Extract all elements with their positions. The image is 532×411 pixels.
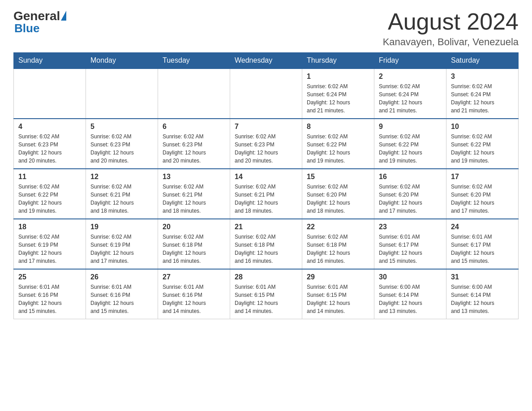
calendar-week-row: 25Sunrise: 6:01 AMSunset: 6:16 PMDayligh… [14,269,519,319]
calendar-week-row: 18Sunrise: 6:02 AMSunset: 6:19 PMDayligh… [14,219,519,269]
day-info: Sunrise: 6:02 AMSunset: 6:23 PMDaylight:… [235,133,297,165]
day-number: 18 [18,223,81,231]
calendar-cell: 13Sunrise: 6:02 AMSunset: 6:21 PMDayligh… [158,169,230,219]
day-number: 11 [18,173,81,181]
calendar-cell: 23Sunrise: 6:01 AMSunset: 6:17 PMDayligh… [374,219,446,269]
calendar-cell: 8Sunrise: 6:02 AMSunset: 6:22 PMDaylight… [302,119,374,169]
day-number: 10 [451,123,514,131]
logo: General Blue [13,9,66,35]
calendar-cell: 21Sunrise: 6:02 AMSunset: 6:18 PMDayligh… [230,219,302,269]
day-number: 13 [163,173,225,181]
calendar-cell: 12Sunrise: 6:02 AMSunset: 6:21 PMDayligh… [86,169,158,219]
day-number: 25 [18,273,81,281]
calendar-week-row: 1Sunrise: 6:02 AMSunset: 6:24 PMDaylight… [14,68,519,119]
title-section: August 2024 Kanavayen, Bolivar, Venezuel… [383,9,519,48]
calendar-cell: 17Sunrise: 6:02 AMSunset: 6:20 PMDayligh… [446,169,519,219]
day-info: Sunrise: 6:01 AMSunset: 6:15 PMDaylight:… [235,283,297,315]
calendar-cell: 4Sunrise: 6:02 AMSunset: 6:23 PMDaylight… [14,119,86,169]
day-info: Sunrise: 6:00 AMSunset: 6:14 PMDaylight:… [451,283,514,315]
weekday-header-sunday: Sunday [14,53,86,69]
day-number: 8 [307,123,369,131]
day-number: 24 [451,223,514,231]
day-info: Sunrise: 6:02 AMSunset: 6:22 PMDaylight:… [451,133,514,165]
calendar-cell: 2Sunrise: 6:02 AMSunset: 6:24 PMDaylight… [374,68,446,119]
day-info: Sunrise: 6:02 AMSunset: 6:21 PMDaylight:… [90,183,153,215]
day-info: Sunrise: 6:01 AMSunset: 6:17 PMDaylight:… [379,233,442,265]
calendar-cell: 28Sunrise: 6:01 AMSunset: 6:15 PMDayligh… [230,269,302,319]
day-info: Sunrise: 6:02 AMSunset: 6:20 PMDaylight:… [379,183,442,215]
day-info: Sunrise: 6:01 AMSunset: 6:16 PMDaylight:… [90,283,153,315]
day-info: Sunrise: 6:01 AMSunset: 6:15 PMDaylight:… [307,283,369,315]
calendar-cell: 5Sunrise: 6:02 AMSunset: 6:23 PMDaylight… [86,119,158,169]
day-number: 20 [163,223,225,231]
day-info: Sunrise: 6:00 AMSunset: 6:14 PMDaylight:… [379,283,442,315]
day-number: 31 [451,273,514,281]
page-header: General Blue August 2024 Kanavayen, Boli… [13,9,519,48]
logo-blue-text: Blue [14,21,39,35]
day-info: Sunrise: 6:02 AMSunset: 6:18 PMDaylight:… [307,233,369,265]
day-number: 17 [451,173,514,181]
calendar-cell: 19Sunrise: 6:02 AMSunset: 6:19 PMDayligh… [86,219,158,269]
day-number: 16 [379,173,442,181]
day-info: Sunrise: 6:02 AMSunset: 6:21 PMDaylight:… [163,183,225,215]
day-number: 1 [307,73,369,81]
day-info: Sunrise: 6:02 AMSunset: 6:22 PMDaylight:… [307,133,369,165]
day-number: 15 [307,173,369,181]
day-number: 14 [235,173,297,181]
calendar-cell: 9Sunrise: 6:02 AMSunset: 6:22 PMDaylight… [374,119,446,169]
day-number: 26 [90,273,153,281]
day-info: Sunrise: 6:02 AMSunset: 6:21 PMDaylight:… [235,183,297,215]
calendar-cell: 14Sunrise: 6:02 AMSunset: 6:21 PMDayligh… [230,169,302,219]
day-number: 9 [379,123,442,131]
day-number: 5 [90,123,153,131]
day-info: Sunrise: 6:02 AMSunset: 6:24 PMDaylight:… [307,82,369,115]
day-number: 12 [90,173,153,181]
calendar-cell: 11Sunrise: 6:02 AMSunset: 6:22 PMDayligh… [14,169,86,219]
calendar-cell [158,68,230,119]
day-info: Sunrise: 6:02 AMSunset: 6:22 PMDaylight:… [18,183,81,215]
calendar-cell: 6Sunrise: 6:02 AMSunset: 6:23 PMDaylight… [158,119,230,169]
calendar-week-row: 4Sunrise: 6:02 AMSunset: 6:23 PMDaylight… [14,119,519,169]
day-number: 21 [235,223,297,231]
calendar-cell: 10Sunrise: 6:02 AMSunset: 6:22 PMDayligh… [446,119,519,169]
day-number: 2 [379,73,442,81]
day-info: Sunrise: 6:02 AMSunset: 6:20 PMDaylight:… [451,183,514,215]
calendar-cell: 22Sunrise: 6:02 AMSunset: 6:18 PMDayligh… [302,219,374,269]
day-number: 6 [163,123,225,131]
calendar-cell: 16Sunrise: 6:02 AMSunset: 6:20 PMDayligh… [374,169,446,219]
calendar-cell: 1Sunrise: 6:02 AMSunset: 6:24 PMDaylight… [302,68,374,119]
day-number: 22 [307,223,369,231]
day-info: Sunrise: 6:02 AMSunset: 6:19 PMDaylight:… [90,233,153,265]
calendar-week-row: 11Sunrise: 6:02 AMSunset: 6:22 PMDayligh… [14,169,519,219]
calendar-cell [86,68,158,119]
calendar-cell: 25Sunrise: 6:01 AMSunset: 6:16 PMDayligh… [14,269,86,319]
day-info: Sunrise: 6:02 AMSunset: 6:20 PMDaylight:… [307,183,369,215]
day-info: Sunrise: 6:02 AMSunset: 6:22 PMDaylight:… [379,133,442,165]
calendar-cell: 15Sunrise: 6:02 AMSunset: 6:20 PMDayligh… [302,169,374,219]
day-info: Sunrise: 6:02 AMSunset: 6:23 PMDaylight:… [18,133,81,165]
day-info: Sunrise: 6:01 AMSunset: 6:17 PMDaylight:… [451,233,514,265]
day-info: Sunrise: 6:02 AMSunset: 6:23 PMDaylight:… [163,133,225,165]
calendar-cell: 7Sunrise: 6:02 AMSunset: 6:23 PMDaylight… [230,119,302,169]
day-number: 29 [307,273,369,281]
calendar-cell: 31Sunrise: 6:00 AMSunset: 6:14 PMDayligh… [446,269,519,319]
weekday-header-friday: Friday [374,53,446,69]
day-number: 28 [235,273,297,281]
day-info: Sunrise: 6:02 AMSunset: 6:19 PMDaylight:… [18,233,81,265]
day-info: Sunrise: 6:01 AMSunset: 6:16 PMDaylight:… [163,283,225,315]
day-info: Sunrise: 6:02 AMSunset: 6:24 PMDaylight:… [379,82,442,115]
day-number: 23 [379,223,442,231]
calendar-cell: 26Sunrise: 6:01 AMSunset: 6:16 PMDayligh… [86,269,158,319]
day-number: 30 [379,273,442,281]
day-number: 19 [90,223,153,231]
calendar-cell [14,68,86,119]
day-number: 4 [18,123,81,131]
day-number: 3 [451,73,514,81]
calendar-cell: 30Sunrise: 6:00 AMSunset: 6:14 PMDayligh… [374,269,446,319]
calendar-cell: 18Sunrise: 6:02 AMSunset: 6:19 PMDayligh… [14,219,86,269]
weekday-header-tuesday: Tuesday [158,53,230,69]
calendar-table: SundayMondayTuesdayWednesdayThursdayFrid… [13,52,519,319]
weekday-header-row: SundayMondayTuesdayWednesdayThursdayFrid… [14,53,519,69]
weekday-header-wednesday: Wednesday [230,53,302,69]
logo-triangle-icon [61,11,66,21]
